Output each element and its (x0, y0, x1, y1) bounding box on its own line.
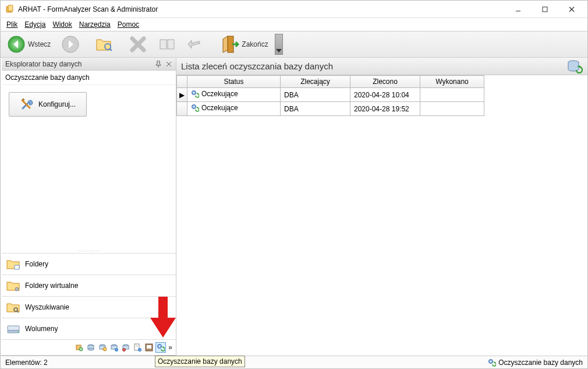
mini-btn-1[interactable] (74, 342, 84, 353)
menu-pomoc[interactable]: Pomoc (114, 19, 143, 30)
svg-point-26 (79, 347, 83, 351)
sidebar-item-label: Wyszukiwanie (25, 303, 69, 311)
table-header-row: Status Zlecający Zlecono Wykonano (177, 76, 484, 88)
main-toolbar: Wstecz (1, 31, 587, 58)
svg-rect-3 (543, 7, 547, 12)
app-icon (5, 5, 15, 14)
sidebar-item-label: Foldery wirtualne (25, 282, 78, 290)
sidebar-title: Eksplorator bazy danych (5, 60, 153, 68)
pin-icon[interactable] (154, 59, 163, 69)
menu-plik[interactable]: Plik (3, 19, 21, 30)
svg-point-54 (193, 106, 194, 107)
sidebar-item-label: Wolumeny (25, 325, 58, 333)
status-right: Oczyszczanie bazy danych (488, 359, 583, 367)
close-button[interactable] (558, 1, 585, 17)
svg-point-46 (159, 346, 160, 347)
sidebar-item-foldery-wirtualne[interactable]: Foldery wirtualne (2, 275, 176, 296)
cell-status: Oczekujące (201, 104, 238, 112)
cell-status: Oczekujące (201, 90, 238, 98)
col-zlecajacy[interactable]: Zlecający (281, 76, 350, 88)
svg-point-32 (103, 347, 107, 351)
forward-button[interactable] (57, 33, 84, 56)
svg-marker-14 (223, 36, 228, 52)
delete-button[interactable] (125, 33, 151, 56)
sidebar-item-label: Foldery (25, 260, 48, 268)
svg-rect-22 (8, 326, 19, 331)
row-indicator: ▶ (177, 88, 187, 102)
svg-rect-12 (168, 40, 174, 49)
sidebar-toolstrip: » (2, 339, 176, 355)
folder-virtual-icon (6, 280, 20, 291)
sidebar-subhead: Oczyszczanie bazy danych (2, 71, 176, 85)
col-wykonano[interactable]: Wykonano (420, 76, 484, 88)
status-bar: Elementów: 2 Oczyszczanie bazy danych (1, 356, 587, 368)
close-pane-icon[interactable] (164, 59, 173, 69)
svg-marker-15 (276, 49, 282, 52)
db-refresh-icon[interactable] (565, 59, 583, 74)
gear-refresh-icon (191, 90, 199, 98)
sidebar-item-wyszukiwanie[interactable]: Wyszukiwanie (2, 296, 176, 318)
svg-marker-47 (162, 346, 164, 347)
maximize-button[interactable] (532, 1, 558, 17)
toolbar-overflow[interactable] (275, 34, 283, 55)
menu-narzedzia[interactable]: Narzędzia (76, 19, 114, 30)
mini-btn-7[interactable] (144, 342, 154, 353)
svg-point-38 (123, 349, 126, 352)
minimize-button[interactable] (505, 1, 532, 17)
svg-rect-18 (15, 265, 19, 269)
cell-zlecajacy: DBA (281, 88, 350, 102)
orders-table[interactable]: Status Zlecający Zlecono Wykonano ▶ Ocze… (176, 75, 484, 116)
window-title: ARHAT - FormAnalyzer Scan & Administrato… (18, 5, 505, 13)
table-row[interactable]: Oczekujące DBA 2020-04-28 19:52 (177, 102, 484, 116)
content-header: Lista zleceń oczyszczania bazy danych (176, 58, 587, 75)
svg-point-35 (115, 349, 118, 352)
open-folder-button[interactable] (91, 33, 118, 56)
mini-btn-6[interactable] (132, 342, 143, 353)
sidebar-header: Eksplorator bazy danych (2, 58, 176, 71)
tooltip: Oczyszczanie bazy danych (155, 356, 245, 367)
menu-bar: Plik Edycja Widok Narzędzia Pomoc (1, 18, 587, 31)
svg-point-19 (15, 287, 19, 291)
sidebar: Eksplorator bazy danych Oczyszczanie baz… (1, 58, 176, 356)
sidebar-nav: Foldery Foldery wirtualne Wyszukiwanie (2, 253, 176, 339)
drive-icon (6, 323, 20, 335)
menu-edycja[interactable]: Edycja (21, 19, 49, 30)
menu-widok[interactable]: Widok (49, 19, 75, 30)
svg-marker-55 (196, 107, 199, 108)
sidebar-body: Konfiguruj... (2, 85, 176, 124)
cell-zlecajacy: DBA (281, 102, 350, 116)
svg-point-24 (17, 331, 19, 332)
exit-button[interactable]: Zakończ (217, 33, 272, 56)
col-zlecono[interactable]: Zlecono (350, 76, 420, 88)
svg-marker-52 (196, 93, 199, 94)
svg-rect-41 (136, 346, 138, 347)
table-row[interactable]: ▶ Oczekujące DBA 2020-04-28 10:04 (177, 88, 484, 102)
configure-label: Konfiguruj... (38, 100, 76, 108)
mini-btn-cleanup[interactable] (155, 342, 166, 353)
toolstrip-overflow[interactable]: » (167, 343, 173, 352)
mini-btn-5[interactable] (121, 342, 131, 353)
exit-label: Zakończ (242, 40, 268, 48)
mini-btn-3[interactable] (97, 342, 108, 353)
folder-icon (6, 258, 20, 270)
sidebar-item-wolumeny[interactable]: Wolumeny (2, 318, 176, 339)
gear-refresh-icon (157, 343, 165, 352)
svg-point-29 (88, 348, 94, 350)
configure-button[interactable]: Konfiguruj... (9, 92, 87, 117)
undo-button[interactable] (183, 33, 210, 56)
back-button[interactable]: Wstecz (3, 33, 55, 56)
mini-btn-2[interactable] (86, 342, 96, 353)
svg-point-57 (490, 360, 491, 361)
sidebar-item-foldery[interactable]: Foldery (2, 253, 176, 275)
svg-rect-11 (160, 40, 167, 49)
col-status[interactable]: Status (187, 76, 281, 88)
content-area: Lista zleceń oczyszczania bazy danych (176, 58, 587, 356)
grid-area: Status Zlecający Zlecono Wykonano ▶ Ocze… (176, 75, 587, 116)
svg-point-51 (193, 92, 194, 93)
svg-marker-58 (493, 361, 495, 363)
gear-refresh-icon (488, 359, 496, 367)
mini-btn-4[interactable] (109, 342, 119, 353)
status-left: Elementów: 2 (5, 359, 488, 367)
panels-button[interactable] (154, 33, 180, 56)
tools-icon (20, 97, 34, 111)
